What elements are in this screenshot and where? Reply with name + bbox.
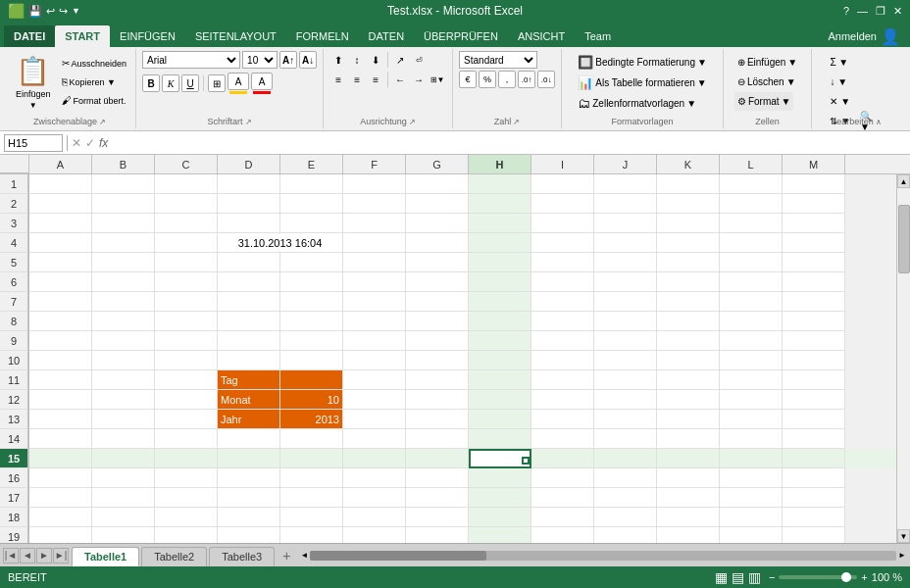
row-num-16[interactable]: 16	[0, 468, 28, 488]
help-button[interactable]: ?	[843, 5, 849, 18]
scroll-thumb[interactable]	[898, 205, 910, 273]
zoom-out-button[interactable]: −	[769, 571, 775, 583]
cell-F13[interactable]	[343, 410, 406, 429]
cell-B9[interactable]	[92, 331, 155, 351]
cell-M5[interactable]	[783, 253, 845, 272]
cell-G11[interactable]	[406, 370, 469, 390]
merge-cells-button[interactable]: ⊞▼	[429, 71, 446, 88]
cell-F6[interactable]	[343, 272, 406, 292]
cell-F3[interactable]	[343, 214, 406, 233]
cell-B10[interactable]	[92, 351, 155, 370]
col-header-G[interactable]: G	[406, 155, 469, 174]
row-num-14[interactable]: 14	[0, 429, 28, 449]
insert-cells-button[interactable]: ⊕ Einfügen ▼	[734, 53, 800, 72]
cell-B18[interactable]	[92, 508, 155, 527]
cell-J8[interactable]	[594, 312, 657, 331]
cell-A1[interactable]	[29, 174, 92, 194]
cell-A4[interactable]	[29, 233, 92, 253]
cell-J2[interactable]	[594, 194, 657, 214]
close-button[interactable]: ✕	[893, 5, 902, 18]
cell-A17[interactable]	[29, 488, 92, 508]
cell-E7[interactable]	[280, 292, 343, 312]
cell-B14[interactable]	[92, 429, 155, 449]
cell-H1[interactable]	[469, 174, 531, 194]
cell-I5[interactable]	[531, 253, 594, 272]
angle-text-button[interactable]: ↗	[391, 51, 409, 69]
col-header-K[interactable]: K	[657, 155, 720, 174]
cell-C12[interactable]	[155, 390, 218, 410]
cell-H8[interactable]	[469, 312, 531, 331]
autosum-button[interactable]: Σ ▼	[827, 53, 851, 72]
cell-D5[interactable]	[218, 253, 280, 272]
cell-G17[interactable]	[406, 488, 469, 508]
cell-J10[interactable]	[594, 351, 657, 370]
format-as-table-button[interactable]: 📊 Als Tabelle formatieren ▼	[575, 74, 710, 92]
cell-I6[interactable]	[531, 272, 594, 292]
col-header-H[interactable]: H	[469, 155, 531, 174]
percent-button[interactable]: %	[479, 71, 496, 88]
cell-D19[interactable]	[218, 527, 280, 543]
minimize-button[interactable]: —	[857, 5, 868, 18]
cell-F16[interactable]	[343, 468, 406, 488]
cell-K16[interactable]	[657, 468, 720, 488]
cell-K13[interactable]	[657, 410, 720, 429]
underline-button[interactable]: U	[181, 74, 199, 92]
cell-A15[interactable]	[29, 449, 92, 468]
cell-J13[interactable]	[594, 410, 657, 429]
cell-B6[interactable]	[92, 272, 155, 292]
tab-scroll-last[interactable]: ►|	[53, 548, 69, 564]
cell-G7[interactable]	[406, 292, 469, 312]
cell-A9[interactable]	[29, 331, 92, 351]
cell-G15[interactable]	[406, 449, 469, 468]
cell-M2[interactable]	[783, 194, 845, 214]
cell-D10[interactable]	[218, 351, 280, 370]
tab-anmelden[interactable]: Anmelden 👤	[818, 25, 910, 47]
cell-H9[interactable]	[469, 331, 531, 351]
cell-H2[interactable]	[469, 194, 531, 214]
cell-L15[interactable]	[720, 449, 783, 468]
view-normal-button[interactable]: ▦	[715, 569, 728, 585]
cell-A11[interactable]	[29, 370, 92, 390]
cell-B12[interactable]	[92, 390, 155, 410]
row-num-10[interactable]: 10	[0, 351, 28, 370]
cell-B7[interactable]	[92, 292, 155, 312]
cell-L6[interactable]	[720, 272, 783, 292]
cell-J6[interactable]	[594, 272, 657, 292]
cell-I8[interactable]	[531, 312, 594, 331]
cell-A6[interactable]	[29, 272, 92, 292]
tab-scroll-next[interactable]: ►	[36, 548, 52, 564]
fill-color-button[interactable]: A	[228, 73, 249, 90]
cell-D8[interactable]	[218, 312, 280, 331]
row-num-11[interactable]: 11	[0, 370, 28, 390]
cell-K2[interactable]	[657, 194, 720, 214]
cell-M7[interactable]	[783, 292, 845, 312]
cell-C18[interactable]	[155, 508, 218, 527]
cell-A14[interactable]	[29, 429, 92, 449]
row-num-3[interactable]: 3	[0, 214, 28, 233]
cell-C15[interactable]	[155, 449, 218, 468]
view-page-button[interactable]: ▤	[732, 569, 744, 585]
cell-I10[interactable]	[531, 351, 594, 370]
cell-K14[interactable]	[657, 429, 720, 449]
cell-F5[interactable]	[343, 253, 406, 272]
cell-L5[interactable]	[720, 253, 783, 272]
cell-C1[interactable]	[155, 174, 218, 194]
cell-J1[interactable]	[594, 174, 657, 194]
cell-L1[interactable]	[720, 174, 783, 194]
thousands-button[interactable]: ,	[498, 71, 516, 88]
cell-M16[interactable]	[783, 468, 845, 488]
edit-expand-icon[interactable]: ∧	[876, 118, 882, 126]
cell-F12[interactable]	[343, 390, 406, 410]
col-header-A[interactable]: A	[29, 155, 92, 174]
cell-D6[interactable]	[218, 272, 280, 292]
cell-K17[interactable]	[657, 488, 720, 508]
col-header-F[interactable]: F	[343, 155, 406, 174]
cell-K15[interactable]	[657, 449, 720, 468]
cell-D15[interactable]	[218, 449, 280, 468]
h-scroll-right[interactable]: ►	[898, 551, 906, 560]
cell-B17[interactable]	[92, 488, 155, 508]
font-name-select[interactable]: Arial	[142, 51, 240, 69]
cell-H14[interactable]	[469, 429, 531, 449]
cell-I9[interactable]	[531, 331, 594, 351]
cell-C6[interactable]	[155, 272, 218, 292]
